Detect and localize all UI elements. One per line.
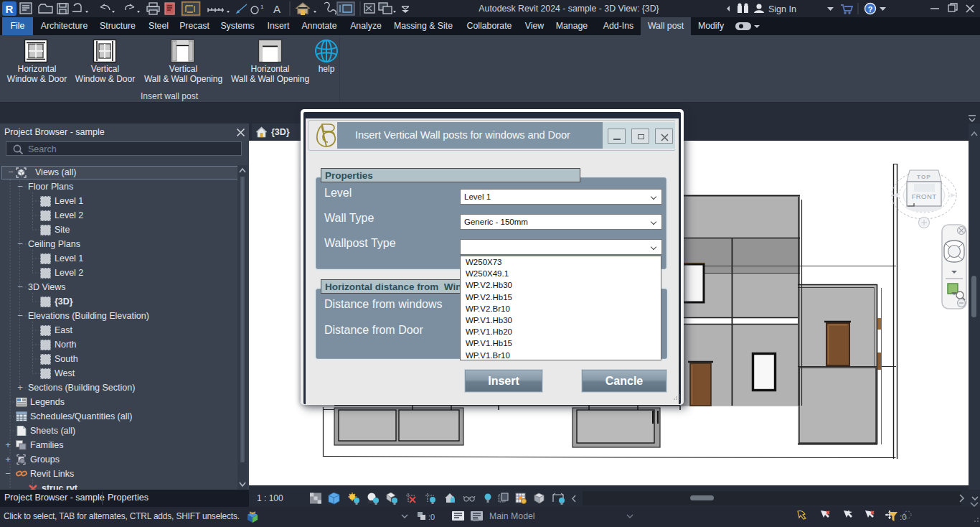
svg-text::0: :0 bbox=[900, 513, 907, 521]
svg-text:FRONT: FRONT bbox=[912, 192, 937, 200]
svg-text:Autodesk Revit 2024 - sample -: Autodesk Revit 2024 - sample - 3D View: … bbox=[479, 4, 659, 14]
svg-text:R: R bbox=[6, 3, 14, 15]
svg-text:?: ? bbox=[868, 5, 873, 14]
svg-text:Sign In: Sign In bbox=[768, 4, 796, 14]
svg-text:TOP: TOP bbox=[917, 174, 931, 180]
svg-text::0: :0 bbox=[428, 513, 435, 521]
svg-text:1: 1 bbox=[260, 4, 264, 10]
svg-text:A: A bbox=[273, 3, 281, 15]
